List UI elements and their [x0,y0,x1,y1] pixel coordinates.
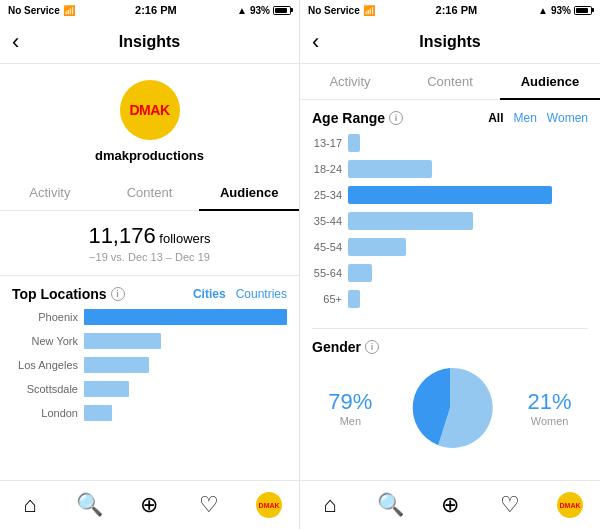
status-left-r: No Service 📶 [308,5,375,16]
add-icon-r: ⊕ [441,492,459,518]
bar-label-london: London [12,407,84,419]
gender-title: Gender i [312,339,588,355]
gender-pie-chart [405,363,495,453]
bar-label-newyork: New York [12,335,84,347]
top-locations-title: Top Locations i [12,286,125,302]
add-icon: ⊕ [140,492,158,518]
back-button-left[interactable]: ‹ [12,31,19,53]
info-icon-gender: i [365,340,379,354]
bar-scottsdale: Scottsdale [12,380,287,398]
age-bar-18-24: 18-24 [312,160,588,178]
nav-add-right[interactable]: ⊕ [420,481,480,529]
battery-pct-r: 93% [551,5,571,16]
status-right: ▲ 93% [237,5,291,16]
age-filter-all[interactable]: All [488,111,503,125]
tab-activity-right[interactable]: Activity [300,64,400,100]
tab-audience-left[interactable]: Audience [199,175,299,211]
filter-cities[interactable]: Cities [193,287,226,301]
username: dmakproductions [95,148,204,163]
back-button-right[interactable]: ‹ [312,31,319,53]
heart-icon-r: ♡ [500,492,520,518]
bottom-nav-right: ⌂ 🔍 ⊕ ♡ DMAK [300,480,600,529]
pie-svg [405,363,495,453]
status-bar-right: No Service 📶 2:16 PM ▲ 93% [300,0,600,20]
service-label-r: No Service [308,5,360,16]
avatar: DMAK [120,80,180,140]
nav-search-left[interactable]: 🔍 [60,481,120,529]
nav-profile-left[interactable]: DMAK [239,481,299,529]
avatar-text: DMAK [130,102,170,118]
women-percentage: 21% [528,389,572,415]
tabs-right: Activity Content Audience [300,64,600,100]
wifi-icon: 📶 [63,5,75,16]
age-bar-13-17: 13-17 [312,134,588,152]
info-icon-age: i [389,111,403,125]
nav-search-right[interactable]: 🔍 [360,481,420,529]
service-label: No Service [8,5,60,16]
age-range-title: Age Range i [312,110,403,126]
header-left: ‹ Insights [0,20,299,64]
gender-section: Gender i 79% Men [300,329,600,463]
bar-newyork: New York [12,332,287,350]
search-icon-r: 🔍 [377,492,404,518]
screen2-content: Age Range i All Men Women 13-17 18-24 [300,100,600,480]
followers-change: −19 vs. Dec 13 – Dec 19 [20,251,279,263]
bar-fill-london [84,405,112,421]
home-icon: ⌂ [23,492,36,518]
nav-home-right[interactable]: ⌂ [300,481,360,529]
nav-add-left[interactable]: ⊕ [120,481,180,529]
gender-stat-men: 79% Men [328,389,372,427]
followers-count-label: 11,176 followers [20,223,279,249]
bottom-nav-left: ⌂ 🔍 ⊕ ♡ DMAK [0,480,299,529]
bar-phoenix: Phoenix [12,308,287,326]
bar-label-losangeles: Los Angeles [12,359,84,371]
profile-section: DMAK dmakproductions [0,64,299,175]
nav-home-left[interactable]: ⌂ [0,481,60,529]
top-locations-header: Top Locations i Cities Countries [0,276,299,308]
tabs-left: Activity Content Audience [0,175,299,211]
nav-heart-right[interactable]: ♡ [480,481,540,529]
tab-content-right[interactable]: Content [400,64,500,100]
profile-avatar-right: DMAK [557,492,583,518]
header-title-left: Insights [119,33,180,51]
status-left: No Service 📶 [8,5,75,16]
age-bar-65plus: 65+ [312,290,588,308]
age-bar-45-54: 45-54 [312,238,588,256]
home-icon-r: ⌂ [323,492,336,518]
men-label: Men [328,415,372,427]
age-filter-men[interactable]: Men [514,111,537,125]
screen-right: No Service 📶 2:16 PM ▲ 93% ‹ Insights Ac… [300,0,600,529]
nav-heart-left[interactable]: ♡ [179,481,239,529]
location-filter: Cities Countries [193,287,287,301]
followers-label: followers [156,231,211,246]
followers-count: 11,176 [88,223,155,248]
profile-avatar-left: DMAK [256,492,282,518]
bar-fill-phoenix [84,309,287,325]
wifi-icon-r: 📶 [363,5,375,16]
status-bar-left: No Service 📶 2:16 PM ▲ 93% [0,0,299,20]
gender-stat-women: 21% Women [528,389,572,427]
status-right-r: ▲ 93% [538,5,592,16]
header-title-right: Insights [419,33,480,51]
time-left: 2:16 PM [135,4,177,16]
tab-activity-left[interactable]: Activity [0,175,100,211]
search-icon: 🔍 [76,492,103,518]
bar-label-scottsdale: Scottsdale [12,383,84,395]
locations-bar-chart: Phoenix New York Los Angeles Scottsdale … [0,308,299,428]
signal-icon-r: ▲ [538,5,548,16]
battery-pct: 93% [250,5,270,16]
age-range-header: Age Range i All Men Women [300,100,600,130]
filter-countries[interactable]: Countries [236,287,287,301]
tab-content-left[interactable]: Content [100,175,200,211]
time-right: 2:16 PM [436,4,478,16]
screen-left: No Service 📶 2:16 PM ▲ 93% ‹ Insights DM… [0,0,300,529]
battery-icon-r [574,6,592,15]
heart-icon: ♡ [199,492,219,518]
women-label: Women [528,415,572,427]
bar-losangeles: Los Angeles [12,356,287,374]
age-range-filter: All Men Women [488,111,588,125]
tab-audience-right[interactable]: Audience [500,64,600,100]
age-bar-25-34: 25-34 [312,186,588,204]
age-filter-women[interactable]: Women [547,111,588,125]
nav-profile-right[interactable]: DMAK [540,481,600,529]
